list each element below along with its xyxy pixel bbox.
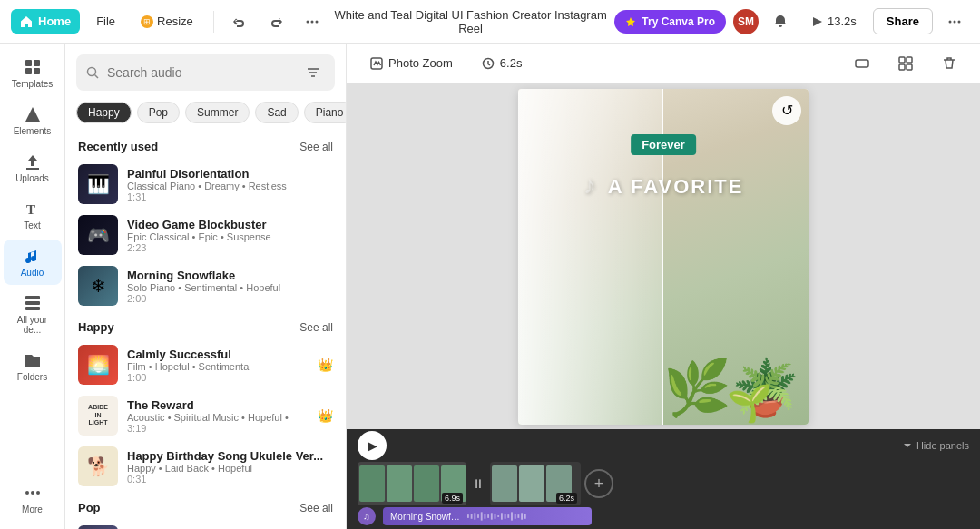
tag-summer[interactable]: Summer: [185, 102, 250, 123]
timeline-add-button[interactable]: +: [584, 469, 613, 498]
track-item-the-reward[interactable]: ABIDEINLIGHT The Reward Acoustic • Spiri…: [65, 390, 346, 441]
pop-see-all[interactable]: See all: [299, 502, 333, 514]
track-item-morning-snowflake[interactable]: ❄ Morning Snowflake Solo Piano • Sentime…: [65, 260, 346, 311]
tag-sad[interactable]: Sad: [255, 102, 298, 123]
resize-label: Resize: [157, 15, 193, 28]
track-item-suction-pop[interactable]: 🎵 Suction Pop 7 Storytelling: [65, 520, 346, 529]
sidebar-item-templates[interactable]: Templates: [4, 51, 62, 96]
home-button[interactable]: Home: [11, 9, 80, 34]
search-input-wrapper: [76, 54, 335, 91]
track-thumb-calmly: 🌅: [78, 345, 118, 385]
audio-label: Audio: [21, 268, 44, 278]
svg-line-21: [95, 75, 99, 79]
canvas-grid-button[interactable]: [889, 52, 922, 75]
duration-button[interactable]: 13.2s: [802, 10, 866, 33]
timeline-clip-2[interactable]: 6.2s: [490, 462, 581, 505]
sidebar-icons: Templates Elements Uploads T Text Audio …: [0, 44, 65, 529]
search-input[interactable]: [107, 65, 293, 80]
photo-zoom-button[interactable]: Photo Zoom: [361, 52, 462, 74]
svg-rect-39: [501, 513, 503, 519]
svg-rect-33: [480, 512, 482, 520]
more-actions-button[interactable]: [940, 7, 969, 36]
avatar[interactable]: SM: [733, 9, 759, 34]
svg-text:T: T: [26, 202, 35, 217]
svg-rect-24: [856, 60, 868, 67]
folders-label: Folders: [17, 372, 47, 382]
svg-point-17: [25, 491, 29, 495]
filter-button[interactable]: [300, 60, 326, 85]
more-options-button[interactable]: [298, 7, 327, 36]
tag-piano[interactable]: Piano: [304, 102, 346, 123]
canvas-more-options-button[interactable]: [846, 52, 878, 75]
redo-button[interactable]: [261, 7, 290, 36]
track-name-morning-snowflake: Morning Snowflake: [127, 269, 333, 282]
avatar-initials: SM: [738, 15, 754, 28]
frame: [519, 465, 544, 502]
audio-icon: [24, 247, 42, 265]
sidebar-item-audio[interactable]: Audio: [4, 240, 62, 285]
track-thumb-img3: ❄: [78, 266, 118, 306]
grid-icon: [898, 56, 913, 71]
resize-button[interactable]: ⊞ Resize: [132, 10, 202, 33]
timeline-clip-1[interactable]: 6.9s: [358, 462, 466, 505]
hide-panels-label: Hide panels: [916, 440, 969, 451]
tag-happy[interactable]: Happy: [76, 102, 132, 123]
pop-section-title: Pop: [78, 501, 101, 514]
canvas-delete-button[interactable]: [933, 52, 965, 75]
sidebar-item-text[interactable]: T Text: [4, 192, 62, 238]
more-dots-icon: [24, 484, 42, 502]
document-title[interactable]: White and Teal Digital UI Fashion Creato…: [334, 8, 608, 35]
home-label: Home: [38, 15, 71, 28]
undo-button[interactable]: [225, 7, 254, 36]
svg-rect-11: [34, 68, 40, 74]
hide-panels-button[interactable]: Hide panels: [902, 440, 969, 451]
sidebar-item-all-designs[interactable]: All your de...: [4, 287, 62, 342]
share-button[interactable]: Share: [873, 8, 933, 34]
pause-indicator: ⏸: [472, 476, 485, 491]
svg-rect-37: [494, 514, 495, 519]
svg-rect-46: [524, 514, 525, 519]
frame: [492, 465, 517, 502]
svg-rect-31: [474, 513, 475, 519]
time-display[interactable]: 6.2s: [473, 52, 532, 74]
svg-point-18: [31, 491, 34, 495]
track-duration-painful: 1:31: [127, 191, 333, 202]
track-info-morning-snowflake: Morning Snowflake Solo Piano • Sentiment…: [127, 269, 333, 304]
track-info-painful: Painful Disorientation Classical Piano •…: [127, 167, 333, 202]
track-item-happy-birthday[interactable]: 🐕 Happy Birthday Song Ukulele Ver... Hap…: [65, 441, 346, 492]
recently-used-title: Recently used: [78, 140, 158, 153]
topbar-divider-1: [213, 11, 214, 33]
sidebar-item-elements[interactable]: Elements: [4, 98, 62, 143]
trash-icon: [942, 56, 956, 71]
sidebar-item-uploads[interactable]: Uploads: [4, 145, 62, 191]
frame: [359, 465, 385, 502]
canvas-overlay-favorite: ♪ A FAVORITE: [583, 171, 744, 200]
svg-rect-44: [517, 514, 519, 518]
happy-section-header: Happy See all: [65, 311, 346, 339]
share-label: Share: [887, 15, 919, 28]
elements-label: Elements: [14, 126, 52, 136]
track-info-birthday: Happy Birthday Song Ukulele Ver... Happy…: [127, 449, 333, 485]
timeline-play-button[interactable]: ▶: [358, 431, 387, 460]
canvas-area: Photo Zoom 6.2s: [347, 44, 980, 529]
happy-see-all[interactable]: See all: [299, 321, 333, 334]
try-pro-button[interactable]: Try Canva Pro: [614, 10, 726, 34]
elements-icon: [24, 105, 42, 123]
track-duration-reward: 3:19: [127, 423, 309, 434]
ellipsis-icon: [947, 15, 962, 29]
file-button[interactable]: File: [87, 10, 124, 33]
track-item-video-game[interactable]: 🎮 Video Game Blockbuster Epic Classical …: [65, 210, 346, 260]
sidebar-item-more[interactable]: More: [4, 476, 62, 522]
track-item-painful-disorientation[interactable]: 🎹 Painful Disorientation Classical Piano…: [65, 159, 346, 210]
canvas-refresh-button[interactable]: ↺: [772, 96, 801, 125]
pop-section-header: Pop See all: [65, 492, 346, 520]
tag-pop[interactable]: Pop: [137, 102, 180, 123]
track-meta-birthday: Happy • Laid Back • Hopeful: [127, 463, 333, 474]
recently-used-see-all[interactable]: See all: [299, 141, 333, 153]
timeline-area: ▶ Hide panels: [347, 429, 980, 529]
track-item-calmly-successful[interactable]: 🌅 Calmly Successful Film • Hopeful • Sen…: [65, 339, 346, 390]
photo-zoom-label: Photo Zoom: [388, 56, 453, 70]
notifications-button[interactable]: [766, 7, 795, 36]
sidebar-item-folders[interactable]: Folders: [4, 344, 62, 389]
timeline-audio-track[interactable]: Morning Snowflake: [383, 507, 592, 525]
